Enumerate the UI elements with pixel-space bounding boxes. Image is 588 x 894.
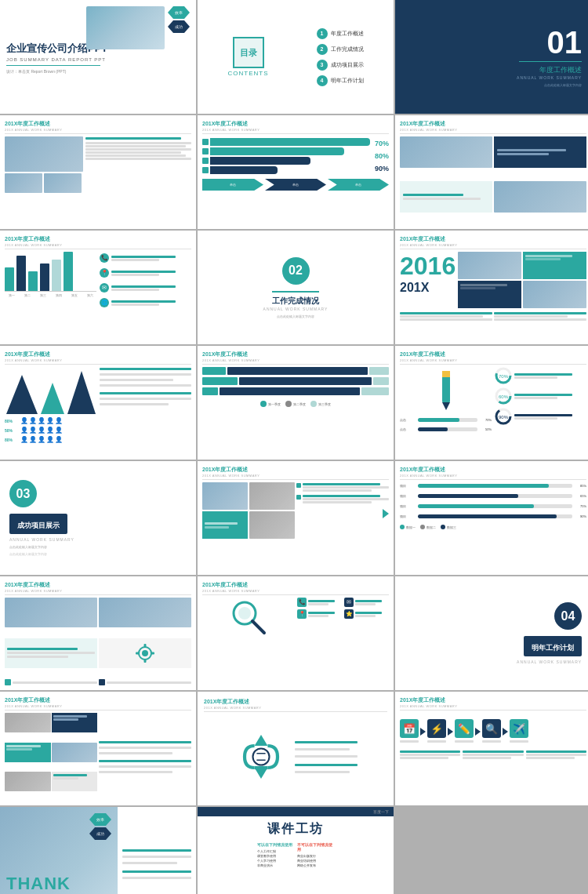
annual15-title-row: 201X年度工作概述 201X ANNUAL WORK SUMMARY bbox=[400, 696, 586, 710]
hb3-end bbox=[361, 387, 389, 395]
annual5-photo2 bbox=[523, 281, 586, 308]
annual5-text2 bbox=[494, 311, 586, 322]
tool-arrow3 bbox=[475, 728, 481, 736]
a13-t3 bbox=[99, 752, 172, 754]
annual3-box2-line1 bbox=[403, 194, 463, 196]
annual6-text bbox=[100, 367, 191, 443]
l10-2: 数据二 bbox=[420, 525, 436, 529]
ig-text3 bbox=[308, 611, 342, 618]
annual5-text-rows bbox=[400, 311, 586, 322]
funnel-icon3 bbox=[202, 158, 209, 164]
annual9-photo-grid bbox=[202, 482, 295, 539]
ig-icon1: 📞 bbox=[297, 598, 307, 607]
a13-t2 bbox=[99, 747, 191, 749]
kewen-can-item3: 个人学习使用 bbox=[257, 859, 295, 863]
pyramid3 bbox=[67, 371, 96, 414]
arrow3: 单击 bbox=[328, 179, 389, 191]
arrow1: 单击 bbox=[202, 179, 263, 191]
prog-label2: 点击 bbox=[400, 427, 416, 431]
bar-chart bbox=[5, 252, 96, 291]
slide-annual11: 201X年度工作概述 201X ANNUAL WORK SUMMARY bbox=[0, 576, 196, 690]
annual1-photo-sm2 bbox=[44, 173, 82, 193]
a6-line1 bbox=[100, 368, 191, 370]
legend1-dot bbox=[260, 401, 267, 407]
annual1-title-row: 201X年度工作概述 201X ANNUAL WORK SUMMARY bbox=[5, 120, 191, 134]
a13-t5 bbox=[99, 765, 191, 768]
tr-line3 bbox=[122, 862, 177, 864]
annual2-title-row: 201X年度工作概述 201X ANNUAL WORK SUMMARY bbox=[202, 120, 389, 134]
empty-cell bbox=[395, 807, 588, 894]
annual6-content: 80% 👤 👤 👤 👤 👤 50% 👤 👤 bbox=[5, 367, 191, 443]
slide-annual4: 201X年度工作概述 201X ANNUAL WORK SUMMARY 第一 第… bbox=[0, 231, 196, 344]
annual1-text-line2 bbox=[85, 142, 191, 144]
a14-t3 bbox=[295, 755, 358, 758]
circle-row3: 90% bbox=[495, 408, 586, 425]
annual14-title-en: 201X ANNUAL WORK SUMMARY bbox=[204, 706, 387, 710]
legend3-text: 第三季度 bbox=[318, 402, 331, 406]
funnel-bar4 bbox=[210, 166, 278, 174]
annual5-years: 2016 201X bbox=[400, 252, 456, 295]
thankyou-hexagons: 效率 成功 bbox=[89, 813, 111, 840]
annual8-title-row: 201X年度工作概述 201X ANNUAL WORK SUMMARY bbox=[400, 351, 586, 365]
tr-line1 bbox=[122, 849, 191, 852]
legend1-text: 第一季度 bbox=[268, 402, 281, 406]
annual4-content: 第一 第二 第三 第四 第五 第六 📞 📍 bbox=[5, 252, 191, 309]
annual4-title-row: 201X年度工作概述 201X ANNUAL WORK SUMMARY bbox=[5, 235, 191, 249]
section04-content: 04 明年工作计划 ANNUAL WORK SUMMARY bbox=[517, 602, 582, 664]
prog10-track4 bbox=[418, 514, 572, 518]
annual15-tool-row: 📅 ⚡ ✏️ 🔍 ✈️ bbox=[400, 719, 528, 743]
annual12-title-row: 201X年度工作概述 201X ANNUAL WORK SUMMARY bbox=[202, 581, 389, 595]
annual1-text-line4 bbox=[85, 148, 191, 151]
funnel-icon4 bbox=[202, 167, 209, 173]
tool5: ✈️ bbox=[510, 719, 528, 743]
section01-divider bbox=[519, 61, 582, 62]
hb2-right bbox=[239, 377, 372, 385]
kewen-can-item1: 个人工作汇报 bbox=[257, 849, 295, 853]
a11-b1-l1 bbox=[7, 648, 78, 650]
svg-text:60%: 60% bbox=[499, 394, 509, 399]
circle-row1: 70% bbox=[495, 367, 586, 384]
annual1-text-line6 bbox=[85, 154, 186, 157]
annual13-title-row: 201X年度工作概述 201X ANNUAL WORK SUMMARY bbox=[5, 696, 191, 710]
bar5 bbox=[52, 260, 61, 291]
cover-team-photo bbox=[86, 6, 165, 49]
svg-text:70%: 70% bbox=[499, 374, 509, 379]
kewen-can-items: 个人工作汇报 课堂教学使用 个人学习使用 非商业演示 bbox=[257, 849, 295, 867]
annual5-text1 bbox=[400, 311, 492, 322]
hex-success: 成功 bbox=[168, 20, 190, 33]
slide-annual10: 201X年度工作概述 201X ANNUAL WORK SUMMARY 项目 8… bbox=[395, 461, 588, 575]
ig-l2-2 bbox=[355, 603, 376, 605]
tool3-icon: ✏️ bbox=[455, 719, 474, 738]
hb3-left bbox=[202, 387, 218, 395]
annual5-title: 201X年度工作概述 bbox=[400, 235, 586, 243]
annual3-photo2 bbox=[494, 181, 586, 213]
section03-sub: 点击此处输入标题文字内容 bbox=[9, 545, 47, 549]
section02-title-en: ANNUAL WORK SUMMARY bbox=[263, 307, 328, 311]
a11-brl2 bbox=[107, 681, 191, 684]
tool-arrow1 bbox=[420, 728, 426, 736]
annual9-title: 201X年度工作概述 bbox=[202, 466, 389, 474]
annual2-title-en: 201X ANNUAL WORK SUMMARY bbox=[202, 128, 389, 132]
prog10-row4: 项目 90% bbox=[400, 514, 586, 518]
a5t2-l3 bbox=[494, 318, 586, 321]
annual4-icons: 📞 📍 ✉ bbox=[100, 252, 191, 309]
prog-fill1 bbox=[418, 418, 459, 422]
circle-svg2: 60% bbox=[495, 387, 512, 405]
pyramid-chart bbox=[5, 367, 96, 414]
menu-text-4: 明年工作计划 bbox=[331, 77, 364, 85]
cover-sub-title: JOB SUMMARY DATA REPORT PPT bbox=[6, 57, 107, 62]
a15-t1-l2 bbox=[400, 754, 460, 756]
a11-br2 bbox=[99, 679, 191, 685]
annual1-text-line1 bbox=[85, 137, 181, 140]
cover-divider bbox=[6, 65, 100, 66]
funnel-bar3 bbox=[210, 157, 310, 165]
prog-row1: 点击 70% bbox=[400, 418, 492, 422]
icon-row4: 🌐 bbox=[100, 298, 191, 307]
hb2-left bbox=[202, 377, 238, 385]
a9-tb-l1 bbox=[205, 522, 238, 525]
menu-num-3: 3 bbox=[317, 60, 328, 71]
prog-label1: 点击 bbox=[400, 418, 416, 422]
ir1-line1 bbox=[111, 256, 176, 258]
ig-text1 bbox=[308, 599, 342, 606]
a13-teal-box bbox=[5, 743, 51, 762]
